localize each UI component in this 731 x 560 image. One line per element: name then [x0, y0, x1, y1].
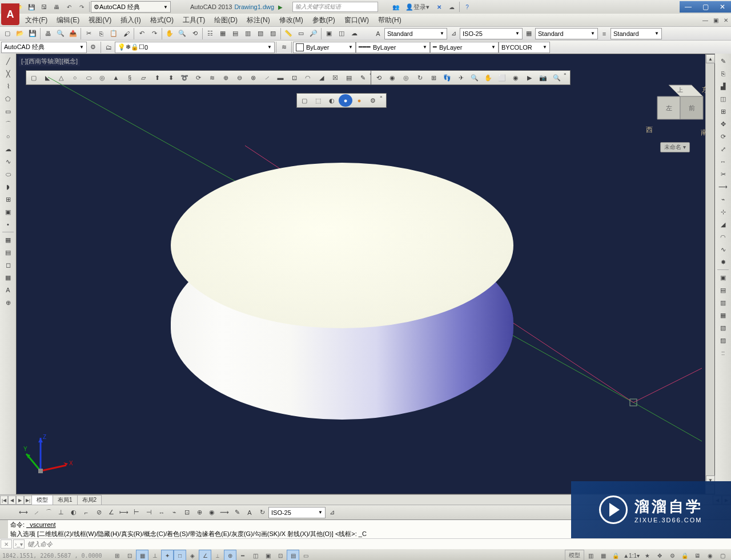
- preview-btn[interactable]: 🔍: [54, 27, 67, 40]
- model-viewport[interactable]: [-][西南等轴测][概念] ▢ ◣ △ ○ ⬭ ◎ ▲ § ▱ ⬆ ⬍ ➰ ⟳…: [16, 54, 715, 494]
- qdim-icon[interactable]: ⟼: [118, 506, 130, 519]
- layermatch-btn[interactable]: ≋: [278, 41, 290, 54]
- vscrollbar[interactable]: ▲ ▼: [705, 54, 714, 494]
- insert-icon[interactable]: ⊞: [1, 193, 15, 206]
- slice-icon[interactable]: ⟋: [260, 71, 274, 84]
- revolve-icon[interactable]: ⟳: [191, 71, 205, 84]
- hatch-icon[interactable]: ▦: [1, 233, 15, 246]
- dimjog-icon[interactable]: ⌐: [80, 506, 93, 519]
- 3dorbit-icon[interactable]: ⟲: [372, 71, 385, 84]
- copy-icon[interactable]: ⎘: [716, 67, 730, 80]
- showmotion-icon[interactable]: ▶: [523, 71, 536, 84]
- coords-readout[interactable]: 1842.1551, 2260.5687 , 0.0000: [2, 553, 111, 559]
- 3dpan-icon[interactable]: ✋: [481, 71, 495, 84]
- polygon-icon[interactable]: ⬠: [1, 92, 15, 105]
- search-input[interactable]: 输入关键字或短语: [292, 2, 378, 12]
- addsel-icon[interactable]: ⊕: [1, 296, 15, 309]
- section-icon[interactable]: ☒: [328, 71, 342, 84]
- menu-file[interactable]: 文件(F): [21, 15, 52, 25]
- arc-icon[interactable]: ⌒: [1, 118, 15, 130]
- loft-icon[interactable]: ≋: [205, 71, 219, 84]
- undo-icon[interactable]: ↶: [63, 1, 75, 13]
- gradient-icon[interactable]: ▤: [1, 246, 15, 259]
- render-icon[interactable]: 🔍: [550, 71, 564, 84]
- dimstyle-current-dd[interactable]: ISO-25▼: [268, 507, 326, 518]
- tab-prev-icon[interactable]: ◀: [8, 495, 16, 505]
- plot-icon[interactable]: 🖶: [51, 1, 62, 13]
- view-label[interactable]: [-][西南等轴测][概念]: [19, 57, 80, 66]
- block-table-icon[interactable]: ▧: [716, 321, 730, 334]
- dimang-icon[interactable]: ∠: [105, 506, 118, 519]
- doc-max[interactable]: ▣: [710, 15, 721, 25]
- max-button[interactable]: ▢: [697, 1, 714, 13]
- quickview-drawings-icon[interactable]: ▦: [597, 550, 609, 560]
- layerprops-btn[interactable]: 🗂: [102, 41, 115, 54]
- min-button[interactable]: —: [680, 1, 697, 13]
- dc-btn[interactable]: ▦: [216, 27, 229, 40]
- centermark-icon[interactable]: ⊕: [193, 506, 206, 519]
- qp-icon[interactable]: ▣: [262, 550, 274, 560]
- ellipse-icon[interactable]: ⬭: [1, 168, 15, 180]
- dimrad-icon[interactable]: ◐: [67, 506, 80, 519]
- ws-settings-icon[interactable]: ⚙: [87, 41, 99, 54]
- tablestyle-dd[interactable]: Standard▼: [535, 28, 598, 39]
- blend-icon[interactable]: ∿: [716, 243, 730, 256]
- dimarc-icon[interactable]: ⌒: [42, 506, 55, 519]
- infer-icon[interactable]: ⊞: [111, 550, 123, 560]
- exchange-icon[interactable]: ✕: [433, 1, 445, 13]
- 3dfree-icon[interactable]: ◉: [385, 71, 399, 84]
- stretch-icon[interactable]: ↔: [716, 155, 730, 168]
- ducs-icon[interactable]: ⟂: [211, 550, 224, 560]
- point-icon[interactable]: •: [1, 218, 15, 231]
- 3dcont-icon[interactable]: ◎: [399, 71, 413, 84]
- otrack-icon[interactable]: ∠: [199, 550, 211, 560]
- annoauto-icon[interactable]: ✥: [653, 550, 666, 560]
- mlstyle-icon[interactable]: ≡: [598, 27, 610, 40]
- tab-first-icon[interactable]: |◀: [0, 495, 8, 505]
- favorites-icon[interactable]: ☁: [446, 1, 457, 13]
- dyn-icon[interactable]: ⊕: [224, 550, 236, 560]
- close-button[interactable]: ✕: [714, 1, 731, 13]
- vs-hidden-icon[interactable]: ◐: [325, 94, 339, 107]
- menu-draw[interactable]: 绘图(D): [210, 15, 242, 25]
- 3dswivel-icon[interactable]: ↻: [413, 71, 427, 84]
- match-btn[interactable]: 🖌: [120, 27, 132, 40]
- plotstyle-dd[interactable]: BYCOLOR▼: [499, 42, 550, 53]
- dimedit-icon[interactable]: ✎: [231, 506, 243, 519]
- menu-insert[interactable]: 插入(I): [116, 15, 145, 25]
- helix-icon[interactable]: §: [123, 71, 136, 84]
- camera-icon[interactable]: 📷: [536, 71, 550, 84]
- osnap-icon[interactable]: □: [174, 550, 186, 560]
- region-icon[interactable]: ◻: [1, 259, 15, 271]
- torus-icon[interactable]: ◎: [95, 71, 109, 84]
- quickview-layouts-icon[interactable]: ▥: [584, 550, 597, 560]
- linetype-dd[interactable]: ━━━ ByLayer▼: [356, 42, 430, 53]
- viewcube[interactable]: 上 左 前 东 西 南 未命名 ▾: [646, 79, 709, 154]
- steering-icon[interactable]: ◉: [509, 71, 523, 84]
- explode-icon[interactable]: ✸: [716, 256, 730, 268]
- pline-icon[interactable]: ⌇: [1, 80, 15, 92]
- circle-icon[interactable]: ○: [1, 130, 15, 143]
- tab-last-icon[interactable]: ▶|: [24, 495, 32, 505]
- tab-next-icon[interactable]: ▶: [16, 495, 24, 505]
- color-dd[interactable]: ByLayer▼: [293, 42, 356, 53]
- block-icon[interactable]: ▣: [1, 206, 15, 218]
- dimstyle-dd[interactable]: ISO-25▼: [460, 28, 523, 39]
- revcloud-icon[interactable]: ☁: [1, 143, 15, 155]
- chamfer-icon[interactable]: ◢: [716, 218, 730, 231]
- offset-icon[interactable]: ◫: [716, 92, 730, 105]
- grid-icon[interactable]: ▦: [136, 550, 148, 560]
- open-btn[interactable]: 📂: [14, 27, 26, 40]
- action-icon[interactable]: ▤: [716, 284, 730, 296]
- rect-icon[interactable]: ▭: [1, 105, 15, 118]
- sc-icon[interactable]: ⊡: [274, 550, 287, 560]
- annovisibility-icon[interactable]: ★: [641, 550, 653, 560]
- trim-icon[interactable]: ✂: [716, 168, 730, 180]
- cut-btn[interactable]: ✂: [82, 27, 95, 40]
- viewcube-unnamed[interactable]: 未命名 ▾: [660, 142, 690, 152]
- publish-btn[interactable]: 📤: [67, 27, 79, 40]
- cmd-recent-icon[interactable]: ›_▾: [13, 539, 25, 549]
- tab-layout2[interactable]: 布局2: [77, 495, 102, 505]
- scale-icon[interactable]: ⤢: [716, 143, 730, 155]
- copy-btn[interactable]: ⎘: [95, 27, 107, 40]
